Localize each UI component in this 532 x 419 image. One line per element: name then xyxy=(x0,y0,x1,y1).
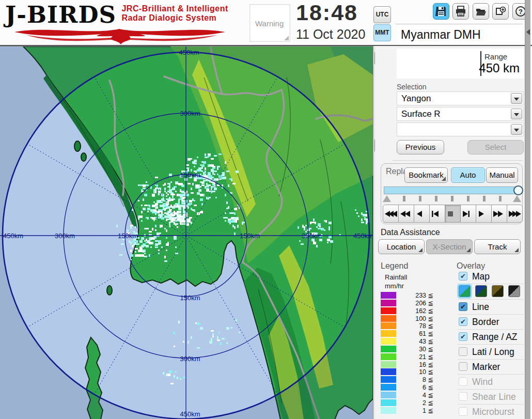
legend-row: 16 ≦ xyxy=(381,361,448,368)
chevron-down-icon xyxy=(514,98,519,101)
control-panel: Range 450 km Selection Yangon Surface R … xyxy=(375,46,525,419)
svg-text:300km: 300km xyxy=(180,110,200,117)
map-style-swatch[interactable] xyxy=(508,285,520,297)
legend-value: 78 ≦ xyxy=(399,322,433,330)
utc-button[interactable]: UTC xyxy=(373,6,391,23)
rewind-button[interactable] xyxy=(398,205,414,223)
legend-swatch xyxy=(381,368,396,375)
legend-row: 21 ≦ xyxy=(381,353,448,361)
overlay-row: ✔ Map xyxy=(458,269,524,284)
divider xyxy=(393,160,523,161)
bookmark-button[interactable]: Bookmark xyxy=(404,167,448,183)
step-back-button[interactable] xyxy=(429,205,445,223)
overlay-item-label: Line xyxy=(472,302,489,313)
legend-swatch xyxy=(381,399,396,406)
checkbox[interactable] xyxy=(459,377,467,386)
panel-collapse-strip[interactable] xyxy=(525,0,530,419)
play-reverse-button[interactable] xyxy=(414,205,430,223)
print-button[interactable] xyxy=(452,3,469,20)
overlay-item-label: Microburst xyxy=(472,407,514,417)
checkbox[interactable]: ✔ xyxy=(459,332,467,341)
radar-map[interactable]: 450km 300km 150km 150km 300km 450km 450k… xyxy=(0,46,373,419)
add-image-button[interactable] xyxy=(492,3,509,20)
svg-text:300km: 300km xyxy=(302,232,322,240)
checkbox[interactable] xyxy=(459,392,467,401)
step-forward-button[interactable] xyxy=(460,205,476,223)
checkbox[interactable]: ✔ xyxy=(459,272,467,281)
product-dropdown[interactable]: Surface R xyxy=(397,107,524,121)
location-button[interactable]: Location xyxy=(378,239,425,254)
overlay-row: Lati / Long xyxy=(458,345,524,360)
manual-button[interactable]: Manual xyxy=(486,167,518,183)
legend-row: 2 ≦ xyxy=(381,399,448,407)
site-dropdown-value: Yangon xyxy=(401,94,431,104)
play-button[interactable] xyxy=(476,205,492,223)
legend-value: 100 ≦ xyxy=(399,315,433,322)
option-dropdown[interactable] xyxy=(397,122,524,136)
track-label: Track xyxy=(488,242,507,251)
map-style-swatch[interactable] xyxy=(475,285,487,297)
map-style-swatch[interactable] xyxy=(492,285,504,297)
overlay-row: Wind xyxy=(458,375,524,390)
map-style-swatch[interactable] xyxy=(459,285,471,297)
legend-row: 162 ≦ xyxy=(381,307,448,315)
legend-swatch xyxy=(381,407,396,414)
x-section-button[interactable]: X-Section xyxy=(426,239,473,254)
warning-panel[interactable]: Warning xyxy=(249,4,290,42)
forward-button[interactable] xyxy=(491,205,507,223)
rewind-fast-button[interactable] xyxy=(383,205,399,223)
resize-grip-icon[interactable] xyxy=(284,36,289,40)
checkbox[interactable] xyxy=(459,347,467,356)
rewind-icon xyxy=(400,210,413,218)
range-start-marker[interactable] xyxy=(383,195,391,202)
divider xyxy=(396,24,523,24)
step-forward-icon xyxy=(462,210,475,218)
rewind-fast-icon xyxy=(384,210,398,218)
svg-text:300km: 300km xyxy=(55,232,75,240)
clock-date: 11 Oct 2020 xyxy=(296,27,379,42)
mmt-button[interactable]: MMT xyxy=(373,24,391,41)
legend-value: 8 ≦ xyxy=(399,376,433,383)
dropdown-button[interactable] xyxy=(511,108,522,119)
previous-button[interactable]: Previous xyxy=(397,140,444,154)
stop-button[interactable] xyxy=(445,205,461,223)
dropdown-button[interactable] xyxy=(511,93,522,104)
track-button[interactable]: Track xyxy=(474,239,521,254)
range-end-marker[interactable] xyxy=(513,195,521,202)
checkbox[interactable] xyxy=(459,407,467,416)
playback-controls xyxy=(383,205,522,223)
legend-value: 10 ≦ xyxy=(399,368,433,376)
svg-text:450km: 450km xyxy=(353,232,373,240)
dropdown-button[interactable] xyxy=(511,124,522,135)
overlay-item-label: Border xyxy=(472,317,499,328)
forward-icon xyxy=(493,210,506,218)
tick-mark xyxy=(403,196,405,201)
overlay-row: ✔ Range / AZ xyxy=(458,330,524,345)
auto-button[interactable]: Auto xyxy=(451,167,485,183)
collapse-arrow-icon xyxy=(526,29,530,35)
checkbox[interactable] xyxy=(459,362,467,371)
product-dropdown-value: Surface R xyxy=(401,109,441,119)
forward-fast-button[interactable] xyxy=(507,205,523,223)
checkbox[interactable]: ✔ xyxy=(459,317,467,326)
overlay-row: Marker xyxy=(458,360,524,375)
svg-text:450km: 450km xyxy=(3,232,23,240)
checkbox[interactable]: ✔ xyxy=(459,302,467,311)
header-bar: J-BIRDS JRC-Brilliant & Intelligent Rada… xyxy=(0,0,532,46)
legend-swatch xyxy=(381,376,396,383)
overlay-item-label: Marker xyxy=(472,362,500,373)
select-button[interactable]: Select xyxy=(467,140,524,154)
menu-corner-icon xyxy=(466,248,471,252)
legend-unit: mm/hr xyxy=(385,282,404,290)
legend-value: 233 ≦ xyxy=(399,291,433,299)
open-folder-button[interactable] xyxy=(473,3,489,20)
tick-mark xyxy=(435,196,437,201)
replay-slider-track[interactable] xyxy=(384,187,521,194)
legend-title: Rainfall xyxy=(385,273,407,281)
play-reverse-icon xyxy=(415,210,429,218)
save-button[interactable] xyxy=(433,3,449,20)
legend-swatch xyxy=(381,353,396,360)
overlay-row: ✔ Line xyxy=(458,300,524,315)
replay-slider-handle[interactable] xyxy=(513,185,523,195)
site-dropdown[interactable]: Yangon xyxy=(397,91,524,105)
